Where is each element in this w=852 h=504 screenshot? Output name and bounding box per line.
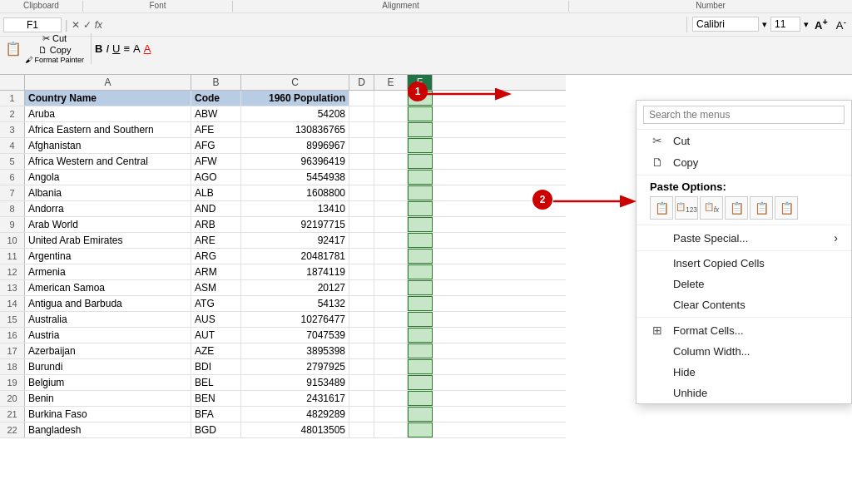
cell-f[interactable] [408,233,433,248]
font-name-input[interactable] [692,17,759,32]
cell-f[interactable] [408,154,433,169]
highlight-button[interactable]: A [133,42,141,55]
cell-ref-box[interactable]: F1 [3,17,62,32]
cell-country[interactable]: Africa Eastern and Southern [25,122,191,137]
cell-country[interactable]: Antigua and Barbuda [25,296,191,311]
font-shrink-button[interactable]: A- [834,17,849,32]
cell-code[interactable]: AGO [191,170,241,185]
cell-country[interactable]: Albania [25,185,191,200]
cell-country[interactable]: Afghanistan [25,138,191,153]
cell-code[interactable]: AUT [191,328,241,343]
cell-f[interactable] [408,170,433,185]
cell-f[interactable] [408,296,433,311]
ctx-unhide[interactable]: Unhide [637,383,851,403]
font-size-input[interactable] [770,17,800,32]
table-row[interactable]: 15 Australia AUS 10276477 [0,312,566,328]
cell-code[interactable]: ALB [191,185,241,200]
cell-code[interactable]: ARM [191,264,241,279]
cell-d[interactable] [349,375,374,390]
cell-f[interactable] [408,359,433,374]
cell-e[interactable] [374,264,408,279]
cell-f[interactable] [408,217,433,232]
ctx-column-width[interactable]: Column Width... [637,341,851,362]
cell-population[interactable]: 54208 [241,106,349,121]
cell-code[interactable]: BGD [191,422,241,437]
cell-e[interactable] [374,91,408,106]
cell-country[interactable]: Arab World [25,217,191,232]
cell-code[interactable]: AZE [191,343,241,358]
cell-population[interactable]: 2431617 [241,391,349,406]
cell-population[interactable]: 1960 Population [241,91,349,106]
table-row[interactable]: 8 Andorra AND 13410 [0,201,566,217]
paste-icon-2[interactable]: 📋123 [675,196,698,220]
cell-code[interactable]: ARB [191,217,241,232]
cell-f[interactable] [408,407,433,422]
cell-d[interactable] [349,343,374,358]
ctx-hide[interactable]: Hide [637,362,851,383]
cell-f[interactable] [408,422,433,437]
cell-country[interactable]: Argentina [25,249,191,264]
table-row[interactable]: 2 Aruba ABW 54208 [0,106,566,122]
bold-button[interactable]: B [95,42,102,55]
cell-e[interactable] [374,391,408,406]
cell-f[interactable] [408,280,433,295]
table-row[interactable]: 22 Bangladesh BGD 48013505 [0,422,566,438]
cell-population[interactable]: 1874119 [241,264,349,279]
cell-e[interactable] [374,375,408,390]
cell-e[interactable] [374,185,408,200]
font-grow-button[interactable]: A+ [812,17,830,32]
ctx-format-cells[interactable]: ⊞ Format Cells... [637,319,851,341]
cell-code[interactable]: ABW [191,106,241,121]
table-row[interactable]: 14 Antigua and Barbuda ATG 54132 [0,296,566,312]
cell-code[interactable]: BDI [191,359,241,374]
cell-e[interactable] [374,233,408,248]
cell-e[interactable] [374,249,408,264]
cell-code[interactable]: AUS [191,312,241,327]
cell-e[interactable] [374,328,408,343]
confirm-formula-icon[interactable]: ✓ [83,19,92,31]
font-name-dropdown-icon[interactable]: ▾ [762,19,767,30]
function-icon[interactable]: fx [95,19,102,31]
table-row[interactable]: 7 Albania ALB 1608800 [0,185,566,201]
cell-country[interactable]: United Arab Emirates [25,233,191,248]
cell-country[interactable]: Belgium [25,375,191,390]
cell-e[interactable] [374,296,408,311]
cell-code[interactable]: ASM [191,280,241,295]
cell-d[interactable] [349,391,374,406]
col-header-a[interactable]: A [25,75,191,90]
table-row[interactable]: 18 Burundi BDI 2797925 [0,359,566,375]
cell-e[interactable] [374,201,408,216]
cell-e[interactable] [374,422,408,437]
cell-code[interactable]: BEN [191,391,241,406]
cell-d[interactable] [349,91,374,106]
format-painter-button[interactable]: 🖌 Format Painter [25,56,84,64]
cell-population[interactable]: 9153489 [241,375,349,390]
cell-f[interactable] [408,312,433,327]
cell-country[interactable]: Aruba [25,106,191,121]
ctx-cut[interactable]: ✂ Cut [637,130,851,151]
cell-d[interactable] [349,249,374,264]
paste-icon-1[interactable]: 📋 [650,196,673,220]
cell-d[interactable] [349,170,374,185]
cell-f[interactable] [408,264,433,279]
table-row[interactable]: 21 Burkina Faso BFA 4829289 [0,407,566,422]
cell-country[interactable]: Andorra [25,201,191,216]
cell-d[interactable] [349,154,374,169]
italic-button[interactable]: I [106,42,109,55]
ctx-insert-copied[interactable]: Insert Copied Cells [637,253,851,274]
cell-e[interactable] [374,122,408,137]
paste-icon-5[interactable]: 📋 [750,196,773,220]
table-row[interactable]: 13 American Samoa ASM 20127 [0,280,566,296]
underline-button[interactable]: U [112,42,120,55]
table-row[interactable]: 4 Afghanistan AFG 8996967 [0,138,566,154]
cell-e[interactable] [374,106,408,121]
cell-e[interactable] [374,154,408,169]
cell-f[interactable] [408,375,433,390]
copy-button[interactable]: 🗋 Copy [25,45,84,55]
cell-code[interactable]: AFW [191,154,241,169]
cell-population[interactable]: 10276477 [241,312,349,327]
table-row[interactable]: 3 Africa Eastern and Southern AFE 130836… [0,122,566,138]
cell-d[interactable] [349,185,374,200]
cell-population[interactable]: 130836765 [241,122,349,137]
ctx-clear[interactable]: Clear Contents [637,294,851,315]
